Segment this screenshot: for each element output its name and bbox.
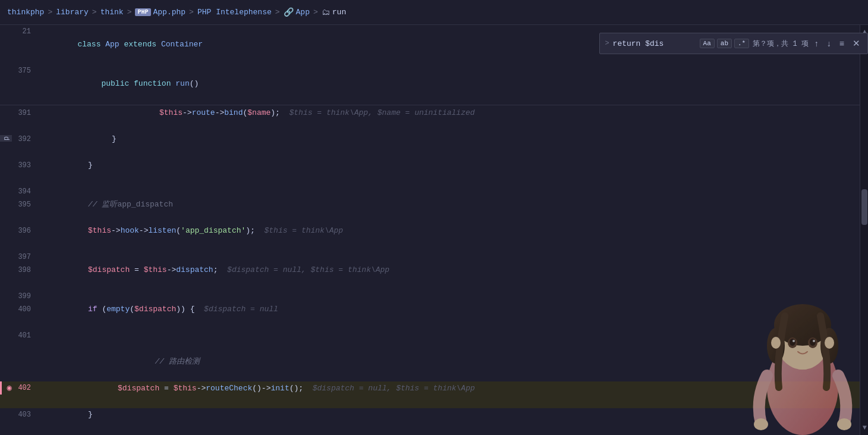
var-name: $name <box>247 108 271 117</box>
search-chevron-icon: > <box>605 39 609 48</box>
gutter-400: 400 <box>0 303 36 316</box>
class-App: App <box>105 40 119 49</box>
search-options: Aa ab .* <box>700 39 750 48</box>
gutter-21: 21 <box>0 25 36 38</box>
breadcrumb-bar: thinkphp > library > think > PHP App.php… <box>0 0 868 25</box>
left-d-indicator: d <box>0 135 12 142</box>
code-line-391: 391 $this->route->bind($name); $this = t… <box>0 107 868 133</box>
gutter-395: 395 <box>0 198 36 211</box>
code-body-396: $this->hook->listen('app_dispatch'); $th… <box>36 224 868 251</box>
sep4: > <box>189 8 194 17</box>
separator <box>0 105 868 105</box>
code-line-398: 398 $dispatch = $this->dispatch; $dispat… <box>0 264 868 290</box>
code-line-393: 393 } <box>0 159 868 185</box>
prop-route: route <box>192 108 215 117</box>
php-icon: PHP <box>135 8 150 16</box>
code-line-397: 397 <box>0 251 868 264</box>
debug-bar <box>0 381 2 395</box>
gutter-396: 396 <box>0 224 36 237</box>
fn-run: run <box>175 79 189 88</box>
line-number-396: 396 <box>13 224 31 237</box>
scroll-down-button[interactable]: ▼ <box>863 424 867 432</box>
line-number-393: 393 <box>13 159 31 172</box>
scrollbar-track[interactable]: ▲ ▼ <box>860 25 868 435</box>
breadcrumb-think[interactable]: think <box>100 8 124 17</box>
code-line-394: 394 <box>0 185 868 198</box>
sp <box>129 79 134 88</box>
search-close-button[interactable]: ✕ <box>850 37 863 50</box>
code-content: 21 class App extends Container 375 publi… <box>0 25 868 435</box>
gutter-375: 375 <box>0 64 36 77</box>
line-number-391: 391 <box>13 107 31 120</box>
line-number-401: 401 <box>13 329 31 342</box>
line-number-394: 394 <box>13 185 31 198</box>
search-bar: > Aa ab .* 第？项，共 1 项 ↑ ↓ ≡ ✕ <box>599 33 868 54</box>
code-body-402: $dispatch = $this->routeCheck()->init();… <box>36 382 868 408</box>
debug-arrow-icon: ◉ <box>7 381 12 395</box>
code-body-400: if (empty($dispatch)) { $dispatch = null <box>36 303 868 329</box>
search-prev-button[interactable]: ↑ <box>812 37 821 49</box>
code-line-395: 395 // 监听app_dispatch <box>0 198 868 224</box>
line-number-375: 375 <box>13 64 31 77</box>
code-body-375: public function run() <box>36 64 868 104</box>
breadcrumb-thinkphp[interactable]: thinkphp <box>7 8 44 17</box>
gutter-399: 399 <box>0 290 36 303</box>
sep3: > <box>127 8 132 17</box>
gutter-403: 403 <box>0 408 36 421</box>
line-number-21: 21 <box>13 25 31 38</box>
search-result-info: 第？项，共 1 项 <box>753 39 809 49</box>
class-icon: 🔗 <box>284 7 294 17</box>
breadcrumb-app[interactable]: App <box>296 8 310 17</box>
fn-bind: bind <box>224 108 243 117</box>
sep2: > <box>92 8 97 17</box>
code-line-401: 401 // 路由检测 <box>0 329 868 381</box>
code-body-393: } <box>36 159 868 185</box>
comment-401: // 路由检测 <box>155 357 199 366</box>
line-number-399: 399 <box>13 290 31 303</box>
gutter-394: 394 <box>0 185 36 198</box>
line-number-392: 392 <box>13 133 31 146</box>
regex-button[interactable]: .* <box>734 39 749 48</box>
code-line-375: 375 public function run() <box>0 64 868 104</box>
breadcrumb-appphp[interactable]: App.php <box>153 8 186 17</box>
kw-extends: extends <box>124 40 156 49</box>
sep1: > <box>48 8 52 17</box>
kw-class: class <box>77 40 100 49</box>
method-icon: 🗂 <box>322 8 330 17</box>
code-body-398: $dispatch = $this->dispatch; $dispatch =… <box>36 264 868 290</box>
txt3 <box>156 40 161 49</box>
line-number-397: 397 <box>13 251 31 264</box>
breadcrumb-run: run <box>332 8 346 17</box>
parens: () <box>190 79 199 88</box>
search-menu-button[interactable]: ≡ <box>837 37 847 49</box>
code-area: d 21 class App extends Container 375 pub… <box>0 25 868 435</box>
gutter-402: ◉ 402 <box>0 381 36 395</box>
code-line-392: 392 } <box>0 133 868 159</box>
search-input[interactable] <box>613 39 696 48</box>
sep6: > <box>313 8 318 17</box>
code-body-401: // 路由检测 <box>36 329 868 381</box>
code-line-399: 399 <box>0 290 868 303</box>
breadcrumb-library[interactable]: library <box>56 8 89 17</box>
sep5: > <box>275 8 280 17</box>
line-number-400: 400 <box>13 303 31 316</box>
gutter-397: 397 <box>0 251 36 264</box>
gutter-398: 398 <box>0 264 36 277</box>
line-number-395: 395 <box>13 198 31 211</box>
code-line-402: ◉ 402 $dispatch = $this->routeCheck()->i… <box>0 381 868 408</box>
match-case-button[interactable]: Aa <box>700 39 715 48</box>
comment-395: // 监听app_dispatch <box>88 200 173 209</box>
line-number-403: 403 <box>13 408 31 421</box>
line-number-398: 398 <box>13 264 31 277</box>
scrollbar-thumb[interactable] <box>861 189 867 225</box>
code-line-396: 396 $this->hook->listen('app_dispatch');… <box>0 224 868 251</box>
code-body-403: } <box>36 408 868 434</box>
match-word-button[interactable]: ab <box>717 39 732 48</box>
code-line-403: 403 } <box>0 408 868 434</box>
breadcrumb-intelephense[interactable]: PHP Intelephense <box>197 8 272 17</box>
gutter-391: 391 <box>0 107 36 120</box>
line-number-402: 402 <box>13 381 31 395</box>
gutter-393: 393 <box>0 159 36 172</box>
search-next-button[interactable]: ↓ <box>825 37 834 49</box>
code-body-395: // 监听app_dispatch <box>36 198 868 224</box>
